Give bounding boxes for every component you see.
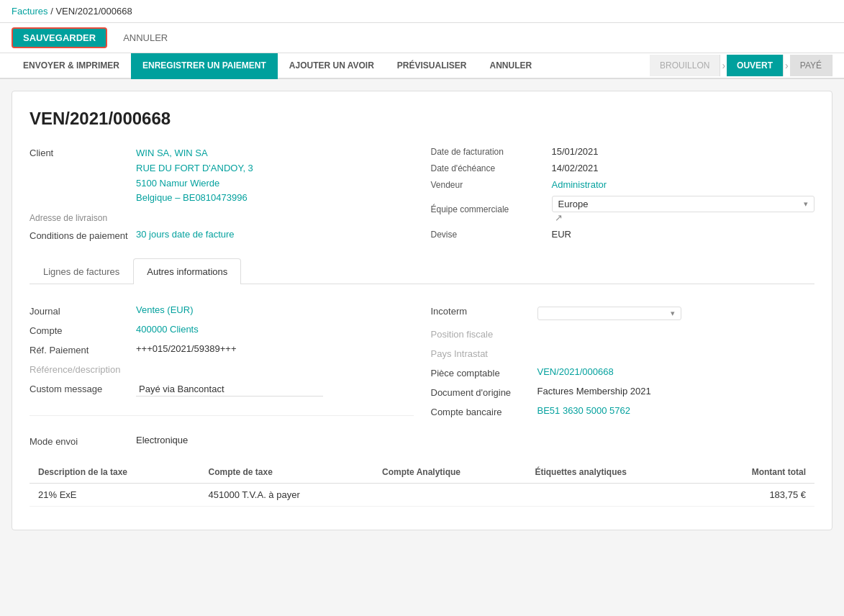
- mode-envoi-row: Mode envoi Electronique: [30, 435, 414, 447]
- compte-label: Compte: [30, 324, 130, 336]
- save-button[interactable]: SAUVEGARDER: [12, 27, 107, 48]
- status-brouillon: BROUILLON: [650, 55, 720, 76]
- register-payment-button[interactable]: ENREGISTRER UN PAIEMENT: [131, 53, 278, 79]
- delivery-address-row: Adresse de livraison: [30, 212, 414, 223]
- custom-message-row: Custom message: [30, 382, 414, 397]
- date-echeance-value: 14/02/2021: [552, 163, 815, 173]
- position-fiscale-row: Position fiscale: [431, 327, 815, 340]
- date-echeance-row: Date d'échéance 14/02/2021: [431, 163, 815, 173]
- compte-row: Compte 400000 Clients: [30, 324, 414, 336]
- tab-autres[interactable]: Autres informations: [133, 258, 241, 284]
- breadcrumb-current: VEN/2021/000668: [55, 6, 132, 17]
- breadcrumb: Factures / VEN/2021/000668: [12, 6, 132, 17]
- ref-paiement-label: Réf. Paiement: [30, 343, 130, 355]
- equipe-select[interactable]: Europe ▾: [552, 196, 815, 212]
- table-row: 21% ExE 451000 T.V.A. à payer 183,75 €: [30, 484, 814, 507]
- status-paye: PAYÉ: [790, 55, 832, 76]
- client-address1: RUE DU FORT D'ANDOY, 3: [136, 161, 253, 176]
- chevron-down-icon: ▾: [804, 199, 808, 209]
- delivery-label: Adresse de livraison: [30, 212, 130, 223]
- autres-two-col: Journal Ventes (EUR) Compte 400000 Clien…: [30, 304, 814, 447]
- journal-row: Journal Ventes (EUR): [30, 304, 414, 317]
- tax-row-compte-analytique: [373, 484, 526, 507]
- cancel-button[interactable]: ANNULER: [113, 29, 178, 47]
- client-field-row: Client WIN SA, WIN SA RUE DU FORT D'ANDO…: [30, 146, 414, 206]
- document-origine-value: Factures Membership 2021: [537, 386, 651, 397]
- equipe-label: Équipe commerciale: [431, 204, 546, 214]
- workflow-bar: ENVOYER & IMPRIMER ENREGISTRER UN PAIEME…: [0, 53, 844, 79]
- mode-envoi-value: Electronique: [136, 435, 188, 445]
- custom-message-label: Custom message: [30, 382, 130, 394]
- document-origine-row: Document d'origine Factures Membership 2…: [431, 386, 815, 398]
- incoterm-label: Incoterm: [431, 304, 532, 317]
- compte-value[interactable]: 400000 Clients: [136, 324, 199, 335]
- tax-row-etiquettes: [526, 484, 700, 507]
- tax-col-compte-analytique: Compte Analytique: [373, 461, 526, 484]
- document-origine-label: Document d'origine: [431, 386, 532, 398]
- reference-label: Référence/description: [30, 363, 130, 375]
- tab-lignes[interactable]: Lignes de factures: [30, 258, 133, 284]
- compte-bancaire-row: Compte bancaire BE51 3630 5000 5762: [431, 405, 815, 417]
- client-name: WIN SA, WIN SA: [136, 146, 253, 161]
- devise-value: EUR: [552, 229, 815, 240]
- date-facturation-row: Date de facturation 15/01/2021: [431, 146, 815, 157]
- position-fiscale-label: Position fiscale: [431, 327, 532, 340]
- devise-row: Devise EUR: [431, 229, 815, 240]
- tax-row-compte-taxe: 451000 T.V.A. à payer: [200, 484, 374, 507]
- pays-intrastat-label: Pays Intrastat: [431, 347, 532, 359]
- tabs-bar: Lignes de factures Autres informations: [30, 258, 814, 284]
- journal-value[interactable]: Ventes (EUR): [136, 304, 193, 315]
- external-link-icon[interactable]: ↗: [555, 212, 563, 223]
- ref-paiement-row: Réf. Paiement +++015/2021/59389+++: [30, 343, 414, 355]
- add-credit-button[interactable]: AJOUTER UN AVOIR: [278, 53, 386, 79]
- autres-left: Journal Ventes (EUR) Compte 400000 Clien…: [30, 304, 414, 447]
- send-print-button[interactable]: ENVOYER & IMPRIMER: [12, 53, 131, 79]
- tax-table: Description de la taxe Compte de taxe Co…: [30, 461, 814, 507]
- devise-label: Devise: [431, 230, 546, 240]
- compte-bancaire-value[interactable]: BE51 3630 5000 5762: [537, 405, 630, 416]
- invoice-card: VEN/2021/000668 Client WIN SA, WIN SA RU…: [12, 91, 832, 530]
- client-label: Client: [30, 146, 130, 158]
- mode-envoi-label: Mode envoi: [30, 435, 130, 447]
- tax-row-description: 21% ExE: [30, 484, 200, 507]
- pays-intrastat-row: Pays Intrastat: [431, 347, 815, 359]
- vendeur-row: Vendeur Administrator: [431, 179, 815, 190]
- invoice-right-fields: Date de facturation 15/01/2021 Date d'éc…: [431, 146, 815, 241]
- main-content: VEN/2021/000668 Client WIN SA, WIN SA RU…: [0, 79, 844, 542]
- piece-comptable-row: Pièce comptable VEN/2021/000668: [431, 366, 815, 379]
- equipe-value: Europe ▾ ↗: [552, 196, 815, 223]
- invoice-title: VEN/2021/000668: [30, 109, 814, 129]
- equipe-row: Équipe commerciale Europe ▾ ↗: [431, 196, 815, 223]
- payment-conditions-row: Conditions de paiement 30 jours date de …: [30, 229, 414, 241]
- breadcrumb-bar: Factures / VEN/2021/000668: [0, 0, 844, 23]
- cancel-workflow-button[interactable]: ANNULER: [478, 53, 544, 79]
- action-bar: SAUVEGARDER ANNULER: [0, 23, 844, 53]
- invoice-left-fields: Client WIN SA, WIN SA RUE DU FORT D'ANDO…: [30, 146, 414, 241]
- chevron-down-icon: ▾: [671, 309, 675, 318]
- reference-row: Référence/description: [30, 363, 414, 375]
- payment-conditions-value[interactable]: 30 jours date de facture: [136, 229, 235, 240]
- payment-conditions-label: Conditions de paiement: [30, 229, 130, 241]
- preview-button[interactable]: PRÉVISUALISER: [386, 53, 478, 79]
- tab-content-autres: Journal Ventes (EUR) Compte 400000 Clien…: [30, 299, 814, 512]
- date-facturation-value: 15/01/2021: [552, 146, 815, 157]
- piece-comptable-label: Pièce comptable: [431, 366, 532, 379]
- ref-paiement-value: +++015/2021/59389+++: [136, 343, 237, 354]
- incoterm-select[interactable]: ▾: [537, 304, 681, 320]
- tax-col-etiquettes: Étiquettes analytiques: [526, 461, 700, 484]
- journal-label: Journal: [30, 304, 130, 317]
- status-bar: BROUILLON › OUVERT › PAYÉ: [650, 55, 832, 76]
- client-address2: 5100 Namur Wierde: [136, 176, 253, 191]
- custom-message-input[interactable]: [136, 382, 323, 397]
- piece-comptable-value[interactable]: VEN/2021/000668: [537, 366, 614, 377]
- invoice-header: Client WIN SA, WIN SA RUE DU FORT D'ANDO…: [30, 146, 814, 241]
- client-value[interactable]: WIN SA, WIN SA RUE DU FORT D'ANDOY, 3 51…: [136, 146, 253, 206]
- status-ouvert: OUVERT: [727, 55, 784, 76]
- incoterm-row: Incoterm ▾: [431, 304, 815, 320]
- client-address3: Belgique – BE0810473996: [136, 191, 253, 206]
- tax-row-montant: 183,75 €: [700, 484, 814, 507]
- date-facturation-label: Date de facturation: [431, 147, 546, 157]
- vendeur-value[interactable]: Administrator: [552, 179, 815, 190]
- autres-right: Incoterm ▾ Position fiscale Pays Intrast…: [431, 304, 815, 447]
- breadcrumb-parent[interactable]: Factures: [12, 6, 48, 17]
